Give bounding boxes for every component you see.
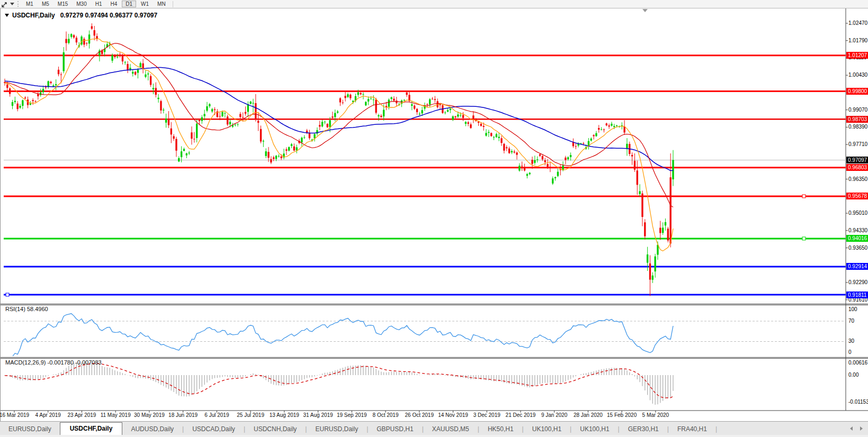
candle-body [88,34,90,43]
candle-body [450,108,451,110]
chart-collapse-icon[interactable] [5,14,9,17]
hline-handle[interactable] [6,293,9,296]
chart-tab-usdcnh-daily[interactable]: USDCNH,Daily [245,423,305,435]
candle-body [472,115,474,119]
chart-shift-marker[interactable] [642,9,648,12]
candle-body [662,227,664,233]
horizontal-levels [4,56,846,296]
candle-body [583,143,584,144]
tab-scroll-left-icon[interactable] [850,426,853,431]
timeframe-button-d1[interactable]: D1 [122,1,136,7]
candle-body [50,82,51,83]
timeframe-button-m15[interactable]: M15 [54,1,71,7]
chart-tab-hk50-h1[interactable]: HK50,H1 [479,423,522,435]
candle-body [214,110,216,110]
hline-price-label: 0.91811 [846,292,868,298]
rsi-axis-label: 30 [848,338,868,344]
candle-body [575,146,577,147]
candle-body [165,119,167,123]
candle-body [534,160,535,163]
candle-body [242,117,244,117]
candle-body [324,122,326,122]
price-axis-label: 1.01790 [848,38,868,43]
date-axis-label: 11 May 2019 [97,412,134,418]
candle-body [291,144,292,146]
chart-tab-audusd-daily[interactable]: AUDUSD,Daily [122,423,182,435]
candle-body [275,156,277,159]
candle-body [373,99,374,100]
candle-body [227,116,228,124]
candle-body [32,100,33,101]
chart-ohlc-values: 0.97279 0.97494 0.96377 0.97097 [60,12,158,19]
candle-body [421,110,423,113]
candle-body [160,101,162,111]
chart-plot[interactable] [1,8,868,421]
chart-tab-usdchf-daily[interactable]: USDCHF,Daily [60,422,123,435]
candle-body [357,93,359,95]
candle-body [140,63,141,67]
candle-body [201,117,203,121]
chart-tab-fra40-h1[interactable]: FRA40,H1 [669,423,715,435]
timeframe-button-m1[interactable]: M1 [22,1,37,7]
hline-handle[interactable] [802,195,806,198]
chart-tab-xauusd-m5[interactable]: XAUUSD,M5 [424,423,478,435]
candle-body [426,104,428,105]
chart-tab-ger30-h1[interactable]: GER30,H1 [620,423,667,435]
candle-body [572,142,574,147]
date-axis-label: 16 Mar 2019 [0,412,33,418]
candle-body [526,174,528,176]
chart-title: USDCHF,Daily 0.97279 0.97494 0.96377 0.9… [5,12,157,19]
tab-scroll-arrows [850,422,868,435]
candle-body [193,139,195,140]
candle-body [211,109,213,111]
timeframe-button-w1[interactable]: W1 [137,1,153,7]
date-axis-label: 6 Jul 2019 [198,412,235,418]
candle-body [470,124,471,128]
candle-body [122,56,123,61]
chart-tab-uk100-h1[interactable]: UK100,H1 [524,423,570,435]
candle-body [219,116,220,116]
candle-body [319,125,320,126]
hline-handle[interactable] [802,237,806,240]
tool-dropdown-icon[interactable] [10,3,14,5]
candle-body [393,99,395,101]
candle-body [281,157,282,158]
cursor-tool-icon[interactable] [1,1,8,7]
candle-body [649,263,651,280]
timeframe-button-m5[interactable]: M5 [38,1,53,7]
candle-body [52,85,54,86]
candle-body [396,101,397,103]
timeframe-button-h4[interactable]: H4 [107,1,121,7]
chart-tab-usdcad-daily[interactable]: USDCAD,Daily [184,423,244,435]
candle-body [344,96,346,98]
candle-body [565,158,566,160]
macd-histogram [5,362,673,405]
date-axis-label: 21 Dec 2019 [502,412,539,418]
candle-body [590,139,592,141]
price-axis-label: 1.02470 [848,20,868,26]
timeframe-button-h1[interactable]: H1 [92,1,106,7]
chart-tab-gbpusd-h1[interactable]: GBPUSD,H1 [368,423,422,435]
candle-body [6,85,8,88]
candle-body [552,178,553,184]
timeframe-button-m30[interactable]: M30 [73,1,90,7]
candle-body [521,166,523,166]
tab-scroll-right-icon[interactable] [860,426,863,431]
candle-body [135,72,136,75]
candle-body [378,115,379,116]
chart-tab-eurusd-daily[interactable]: EURUSD,Daily [0,423,60,435]
candle-body [34,101,36,102]
timeframe-button-mn[interactable]: MN [154,1,169,7]
candle-body [221,112,223,116]
chart-tab-eurusd-daily[interactable]: EURUSD,Daily [307,423,366,435]
candle-body [296,147,298,150]
candle-body [14,101,16,102]
chart-window[interactable]: USDCHF,Daily 0.97279 0.97494 0.96377 0.9… [0,8,868,421]
candle-body [360,93,361,94]
candle-body [644,222,646,236]
candle-body [549,167,551,167]
chart-tab-uk100-h1[interactable]: UK100,H1 [571,423,618,435]
candle-body [224,113,226,114]
price-axis-label: 1.00430 [848,72,868,78]
date-axis-label: 23 Apr 2019 [63,412,100,418]
